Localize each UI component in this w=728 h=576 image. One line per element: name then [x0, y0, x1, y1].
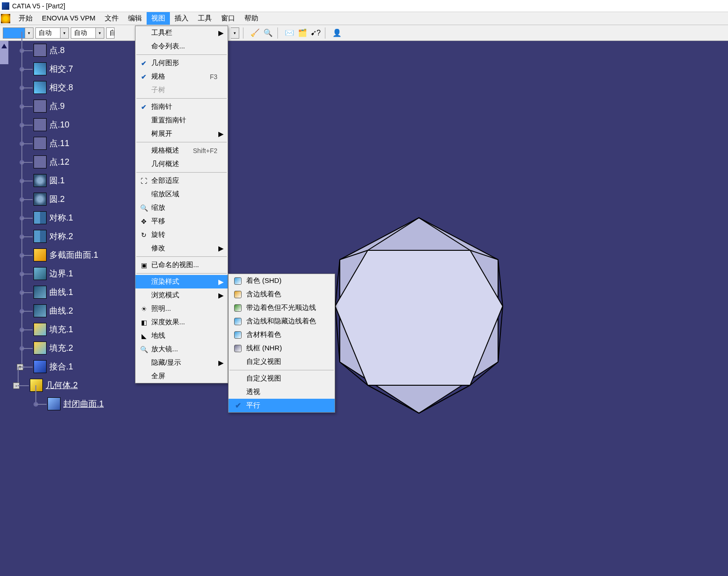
- submenu-item[interactable]: 透视: [229, 385, 335, 399]
- menu-item[interactable]: ↻旋转: [135, 228, 228, 241]
- menu-label: 规格概述: [149, 146, 193, 155]
- tree-node-int8[interactable]: 相交.8: [13, 78, 134, 97]
- menu-item[interactable]: ☀照明...: [135, 302, 228, 315]
- menu-item[interactable]: 浏览模式▶: [135, 288, 228, 302]
- toolbar-separator: [277, 27, 280, 39]
- menu-item[interactable]: ✔几何图形: [135, 56, 228, 70]
- submenu-item[interactable]: 含材料着色: [229, 328, 335, 342]
- menu-view[interactable]: 视图: [147, 12, 170, 25]
- menu-item[interactable]: 🔍缩放: [135, 201, 228, 214]
- tree-label: 接合.1: [49, 361, 73, 372]
- combo-value: 自: [106, 27, 115, 39]
- layers-icon[interactable]: 🗂️: [297, 27, 308, 39]
- scroll-up-icon[interactable]: [1, 44, 7, 48]
- render-style-submenu[interactable]: 着色 (SHD)含边线着色带边着色但不光顺边线含边线和隐藏边线着色含材料着色线框…: [228, 274, 335, 413]
- tree-node-c2[interactable]: 圆.2: [13, 190, 134, 208]
- submenu-item[interactable]: 带边着色但不光顺边线: [229, 301, 335, 315]
- menu-file[interactable]: 文件: [100, 12, 123, 25]
- dropdown-icon[interactable]: ▾: [231, 27, 239, 39]
- menu-glyph-icon: 🔍: [138, 204, 149, 212]
- submenu-item[interactable]: 自定义视图: [229, 372, 335, 385]
- color-combo[interactable]: ▾: [3, 27, 34, 39]
- tree-node-pt10[interactable]: 点.10: [13, 115, 134, 134]
- tree-node-pt12[interactable]: 点.12: [13, 153, 134, 171]
- help-pointer-icon[interactable]: ➹?: [310, 27, 321, 39]
- tree-node-f1[interactable]: 填充.1: [13, 320, 134, 339]
- dropdown-icon[interactable]: ▾: [61, 27, 69, 39]
- menu-item[interactable]: ▣已命名的视图...: [135, 258, 228, 272]
- tree-node-pt9[interactable]: 点.9: [13, 97, 134, 115]
- menu-edit[interactable]: 编辑: [123, 12, 147, 25]
- user-icon[interactable]: 👤: [331, 27, 343, 39]
- menu-window[interactable]: 窗口: [216, 12, 240, 25]
- tree-node-c1[interactable]: 圆.1: [13, 171, 134, 190]
- tree-node-closedsurf1[interactable]: 封闭曲面.1: [27, 395, 134, 413]
- partial-combo[interactable]: 自: [106, 27, 115, 39]
- tree-node-pt11[interactable]: 点.11: [13, 134, 134, 153]
- tree-node-s2[interactable]: 对称.2: [13, 227, 134, 246]
- menu-label: 含材料着色: [244, 330, 331, 339]
- tree-node-b1[interactable]: 边界.1: [13, 264, 134, 283]
- menu-glyph-icon: ↻: [138, 231, 149, 239]
- tree-node-cv1[interactable]: 曲线.1: [13, 283, 134, 301]
- menu-tools[interactable]: 工具: [193, 12, 216, 25]
- menu-item[interactable]: ◧深度效果...: [135, 315, 228, 329]
- search-icon[interactable]: 🔍: [263, 27, 274, 39]
- menu-item[interactable]: 规格概述Shift+F2: [135, 144, 228, 157]
- menu-label: 含边线和隐藏边线着色: [244, 317, 331, 326]
- menu-label: 平移: [149, 217, 217, 226]
- menu-item[interactable]: 隐藏/显示▶: [135, 356, 228, 369]
- menu-glyph-icon: ◣: [138, 332, 149, 340]
- mail-icon[interactable]: ✉️: [284, 27, 295, 39]
- menu-enovia[interactable]: ENOVIA V5 VPM: [37, 12, 100, 25]
- viewport[interactable]: 点.8相交.7相交.8点.9点.10点.11点.12圆.1圆.2对称.1对称.2…: [0, 41, 728, 576]
- menu-item[interactable]: 修改▶: [135, 241, 228, 255]
- submenu-item[interactable]: 着色 (SHD): [229, 274, 335, 288]
- menu-item[interactable]: ✔规格F3: [135, 70, 228, 83]
- menu-item[interactable]: ✥平移: [135, 214, 228, 228]
- view-menu-dropdown[interactable]: 工具栏▶命令列表...✔几何图形✔规格F3子树✔指南针重置指南针树展开▶规格概述…: [135, 26, 228, 383]
- menu-item[interactable]: 命令列表...: [135, 40, 228, 53]
- menu-item[interactable]: ⛶全部适应: [135, 174, 228, 188]
- tree-gutter[interactable]: [0, 41, 8, 576]
- submenu-arrow-icon: ▶: [217, 29, 224, 37]
- submenu-item[interactable]: 线框 (NHR): [229, 342, 335, 355]
- menu-item[interactable]: 重置指南针: [135, 114, 228, 127]
- tree-node-cv2[interactable]: 曲线.2: [13, 301, 134, 320]
- menu-item[interactable]: 缩放区域: [135, 188, 228, 201]
- menu-item[interactable]: 几何概述: [135, 157, 228, 171]
- sweep-icon[interactable]: 🧹: [249, 27, 261, 39]
- tree-node-pt8[interactable]: 点.8: [13, 41, 134, 60]
- menu-label: 自定义视图: [244, 374, 331, 383]
- collapse-icon[interactable]: -: [13, 382, 20, 389]
- menu-help[interactable]: 帮助: [240, 12, 263, 25]
- tree-node-s1[interactable]: 对称.1: [13, 208, 134, 227]
- tree-node-int7[interactable]: 相交.7: [13, 60, 134, 78]
- menu-item[interactable]: 🔍放大镜...: [135, 342, 228, 356]
- menu-label: 修改: [149, 244, 217, 253]
- menu-label: 全屏: [149, 372, 217, 381]
- tree-node-ms1[interactable]: 多截面曲面.1: [13, 246, 134, 264]
- tree-node-j1[interactable]: +接合.1: [13, 357, 134, 376]
- submenu-item[interactable]: ✔平行: [229, 399, 335, 412]
- spec-tree[interactable]: 点.8相交.7相交.8点.9点.10点.11点.12圆.1圆.2对称.1对称.2…: [13, 41, 134, 413]
- menu-item[interactable]: ◣地线: [135, 329, 228, 342]
- tree-node-f2[interactable]: 填充.2: [13, 339, 134, 357]
- submenu-item[interactable]: 含边线和隐藏边线着色: [229, 315, 335, 328]
- linetype-combo[interactable]: 自动 ▾: [35, 27, 69, 39]
- submenu-item[interactable]: 含边线着色: [229, 288, 335, 301]
- menu-start[interactable]: 开始: [14, 12, 37, 25]
- menu-item[interactable]: 树展开▶: [135, 127, 228, 141]
- tree-label: 点.8: [49, 45, 65, 56]
- submenu-item[interactable]: 自定义视图: [229, 355, 335, 368]
- menu-item[interactable]: 全屏: [135, 369, 228, 383]
- menu-item[interactable]: ✔指南针: [135, 100, 228, 114]
- lineweight-combo[interactable]: 自动 ▾: [71, 27, 104, 39]
- tree-node-body2[interactable]: -几何体.2: [9, 376, 134, 395]
- dropdown-icon[interactable]: ▾: [96, 27, 104, 39]
- dropdown-icon[interactable]: ▾: [25, 27, 34, 39]
- check-icon: ✔: [231, 401, 244, 410]
- menu-item[interactable]: 工具栏▶: [135, 26, 228, 40]
- menu-insert[interactable]: 插入: [170, 12, 193, 25]
- menu-item[interactable]: 渲染样式▶: [135, 275, 228, 288]
